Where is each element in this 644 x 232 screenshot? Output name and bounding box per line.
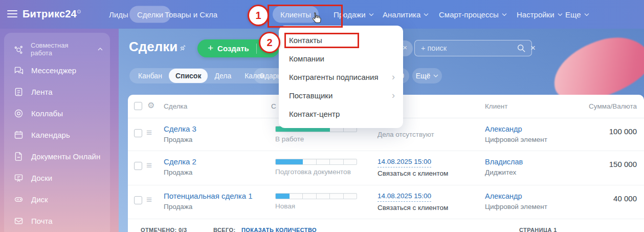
drive-icon <box>13 194 24 205</box>
amount-value: 40 000 <box>613 194 637 203</box>
menu-item-signing-counterparties[interactable]: Контрагенты подписания › <box>279 68 403 86</box>
sidebar-item-mail[interactable]: Почта <box>4 210 110 231</box>
deal-type: Продажа <box>164 203 192 210</box>
tab-activities[interactable]: Дела <box>208 69 238 83</box>
sidebar-item-label: Почта <box>31 217 53 225</box>
nav-item-leads[interactable]: Лиды <box>109 10 128 19</box>
menu-item-contact-center[interactable]: Контакт-центр <box>279 104 403 123</box>
clear-search-icon[interactable]: × <box>530 43 536 53</box>
create-button-label: Создать <box>217 44 249 53</box>
activity-date-link[interactable]: 14.08.2025 15:00 <box>377 157 431 167</box>
client-link[interactable]: Александр <box>485 124 547 134</box>
remove-filter-icon[interactable]: × <box>403 43 407 52</box>
activity-text: Связаться с клиентом <box>377 203 448 213</box>
menu-item-suppliers[interactable]: Поставщики › <box>279 86 403 104</box>
tab-list[interactable]: Список <box>169 69 208 83</box>
app-logo[interactable]: Битрикс24⊙ <box>23 8 81 20</box>
chevron-up-icon[interactable] <box>98 48 103 51</box>
sidebar-item-messenger[interactable]: Мессенджер <box>4 59 110 81</box>
gear-icon[interactable]: ⚙ <box>147 101 154 110</box>
messenger-icon <box>13 65 24 76</box>
activity-cell: Дела отсутствуют <box>377 130 434 140</box>
sidebar-item-drive[interactable]: Диск <box>4 188 110 210</box>
activity-cell: 14.08.2025 15:00 Связаться с клиентом <box>377 157 448 179</box>
chevron-down-icon <box>369 13 374 16</box>
column-header-deal[interactable]: Сделка <box>164 102 187 110</box>
stage-label: Новая <box>275 202 357 210</box>
row-checkbox[interactable] <box>134 196 142 204</box>
bitrix24-crm-app: ⚙ Сделка С Клиент Сумма/Валюта ≡ Сделка … <box>0 0 644 232</box>
chevron-down-icon <box>424 13 429 16</box>
chevron-down-icon <box>558 13 563 16</box>
row-checkbox[interactable] <box>134 162 142 170</box>
deal-type: Продажа <box>164 136 192 143</box>
sidebar-item-label: Мессенджер <box>31 66 76 75</box>
stage-cell: В работе <box>275 126 357 143</box>
deal-link[interactable]: Сделка 3 <box>164 124 196 134</box>
menu-hamburger-icon[interactable] <box>7 10 17 18</box>
client-company: Цифровой элемент <box>485 203 547 210</box>
cursor-hand-icon <box>310 11 322 25</box>
deal-link[interactable]: Сделка 2 <box>164 157 196 167</box>
drag-handle-icon[interactable]: ≡ <box>146 194 152 205</box>
sidebar-section-collaboration[interactable]: Совместная работа <box>4 39 110 59</box>
total-label: ВСЕГО: <box>213 227 236 232</box>
menu-item-companies[interactable]: Компании <box>279 49 403 68</box>
stage-progress-bar[interactable] <box>275 193 357 199</box>
tab-kanban[interactable]: Канбан <box>131 69 169 83</box>
more-counters-chip[interactable]: Ещё <box>412 68 442 83</box>
search-icon[interactable] <box>517 44 526 53</box>
sidebar-item-feed[interactable]: Лента <box>4 81 110 102</box>
select-all-checkbox[interactable] <box>134 102 142 110</box>
nav-item-analytics[interactable]: Аналитика <box>383 10 429 19</box>
client-link[interactable]: Владислав <box>485 157 523 167</box>
chevron-down-icon <box>502 13 507 16</box>
annotation-step-1: 1 <box>248 5 269 26</box>
table-row[interactable]: ≡ Потенциальная сделка 1 Продажа Новая 1… <box>128 185 644 219</box>
client-cell: Александр Цифровой элемент <box>485 124 547 145</box>
column-header-stage-partial[interactable]: С <box>271 102 276 110</box>
activity-date-link[interactable]: 14.08.2025 15:00 <box>377 191 431 202</box>
sidebar-item-boards[interactable]: Доски <box>4 167 110 188</box>
nav-item-more[interactable]: Еще <box>565 10 589 19</box>
search-bar[interactable]: × <box>414 40 532 56</box>
drag-handle-icon[interactable]: ≡ <box>146 160 152 171</box>
search-input[interactable] <box>415 44 517 52</box>
sidebar-item-label: Доски <box>31 174 52 182</box>
sidebar-item-label: Документы Онлайн <box>31 152 100 161</box>
pin-icon[interactable] <box>179 44 187 52</box>
stage-progress-bar[interactable] <box>275 159 357 165</box>
selected-count: ОТМЕЧЕНО: 0/3 <box>141 227 187 232</box>
client-cell: Владислав Диджитех <box>485 157 523 178</box>
page-indicator: СТРАНИЦА 1 <box>519 227 557 232</box>
nav-item-smart-processes[interactable]: Смарт-процессы <box>439 10 507 19</box>
amount-value: 150 000 <box>609 160 637 168</box>
sidebar-item-documents-online[interactable]: Документы Онлайн <box>4 145 110 167</box>
client-company: Диджитех <box>485 168 516 176</box>
nav-item-products[interactable]: Товары и Скла <box>165 10 217 19</box>
show-count-link[interactable]: ПОКАЗАТЬ КОЛИЧЕСТВО <box>241 227 317 232</box>
sidebar-item-label: Лента <box>31 88 53 96</box>
row-checkbox[interactable] <box>134 129 142 137</box>
mail-icon <box>13 216 24 226</box>
deal-cell: Сделка 2 Продажа <box>164 157 196 178</box>
sidebar-item-collabs[interactable]: Коллабы <box>4 102 110 124</box>
page-title: Сделки <box>129 39 177 55</box>
submenu-chevron-icon: › <box>392 92 395 99</box>
amount-value: 100 000 <box>609 127 637 136</box>
activity-text: Связаться с клиентом <box>377 168 448 179</box>
table-row[interactable]: ≡ Сделка 2 Продажа Подготовка документов… <box>128 151 644 185</box>
sidebar-item-calendar[interactable]: Календарь <box>4 124 110 145</box>
annotation-step-2: 2 <box>259 32 280 53</box>
client-link[interactable]: Александр <box>485 191 547 201</box>
feed-icon <box>13 87 24 97</box>
sidebar-item-label: Диск <box>31 195 48 204</box>
nav-item-settings[interactable]: Настройки <box>517 10 563 19</box>
column-header-amount[interactable]: Сумма/Валюта <box>589 102 637 110</box>
chevron-down-icon <box>433 74 438 77</box>
collabs-icon <box>13 108 24 119</box>
deal-link[interactable]: Потенциальная сделка 1 <box>164 191 253 201</box>
drag-handle-icon[interactable]: ≡ <box>146 127 152 138</box>
column-header-client[interactable]: Клиент <box>485 102 507 110</box>
table-footer: ОТМЕЧЕНО: 0/3 ВСЕГО: ПОКАЗАТЬ КОЛИЧЕСТВО… <box>128 219 644 232</box>
